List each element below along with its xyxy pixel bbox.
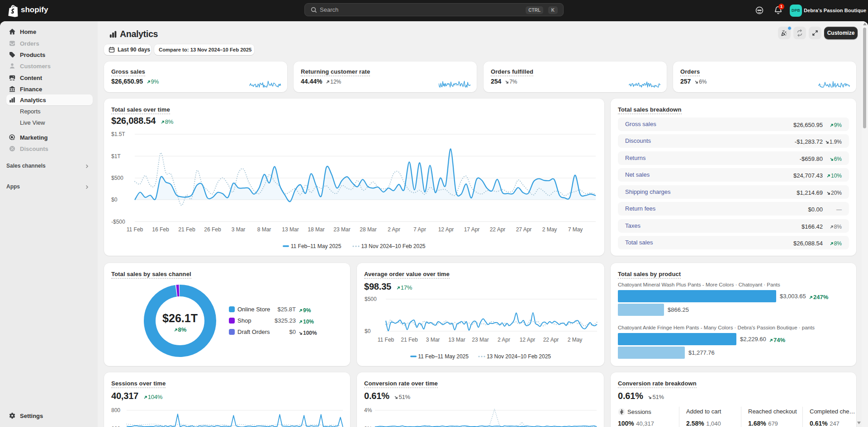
svg-text:2 May: 2 May: [542, 226, 557, 233]
svg-text:21 Feb: 21 Feb: [178, 226, 195, 233]
svg-text:-$500: -$500: [111, 219, 125, 225]
svg-text:11 Feb: 11 Feb: [127, 226, 143, 233]
svg-text:8 Mar: 8 Mar: [257, 226, 271, 233]
svg-text:23 Mar: 23 Mar: [472, 337, 489, 343]
svg-text:2 Apr: 2 Apr: [388, 226, 400, 233]
svg-text:12 Apr: 12 Apr: [438, 226, 454, 233]
svg-text:16 Feb: 16 Feb: [152, 226, 169, 233]
svg-text:800: 800: [111, 407, 120, 413]
svg-text:17 Apr: 17 Apr: [464, 226, 480, 233]
svg-text:4%: 4%: [364, 407, 372, 413]
svg-text:18 Mar: 18 Mar: [308, 226, 324, 233]
svg-text:$1.5T: $1.5T: [111, 131, 125, 137]
svg-text:2 Apr: 2 Apr: [498, 337, 510, 343]
svg-text:11 Feb: 11 Feb: [378, 337, 394, 343]
svg-text:13 Mar: 13 Mar: [282, 226, 299, 233]
svg-text:13 Mar: 13 Mar: [448, 337, 465, 343]
svg-text:3 Mar: 3 Mar: [232, 226, 246, 233]
svg-text:26 Feb: 26 Feb: [204, 226, 221, 233]
svg-text:$500: $500: [365, 296, 377, 302]
svg-text:22 Apr: 22 Apr: [490, 226, 506, 233]
svg-text:7 May: 7 May: [568, 226, 583, 233]
svg-text:7 Apr: 7 Apr: [413, 226, 426, 233]
svg-text:12 Apr: 12 Apr: [520, 337, 536, 343]
svg-text:22 Apr: 22 Apr: [543, 337, 559, 343]
svg-text:$0: $0: [365, 328, 371, 334]
svg-text:27 Apr: 27 Apr: [516, 226, 532, 233]
svg-text:$0: $0: [111, 197, 118, 203]
svg-text:21 Feb: 21 Feb: [401, 337, 418, 343]
svg-text:2 May: 2 May: [568, 337, 583, 343]
svg-text:28 Mar: 28 Mar: [360, 226, 376, 233]
svg-text:23 Mar: 23 Mar: [333, 226, 350, 233]
svg-text:3 Mar: 3 Mar: [426, 337, 440, 343]
svg-text:$500: $500: [111, 175, 123, 181]
svg-text:$1T: $1T: [111, 153, 121, 160]
